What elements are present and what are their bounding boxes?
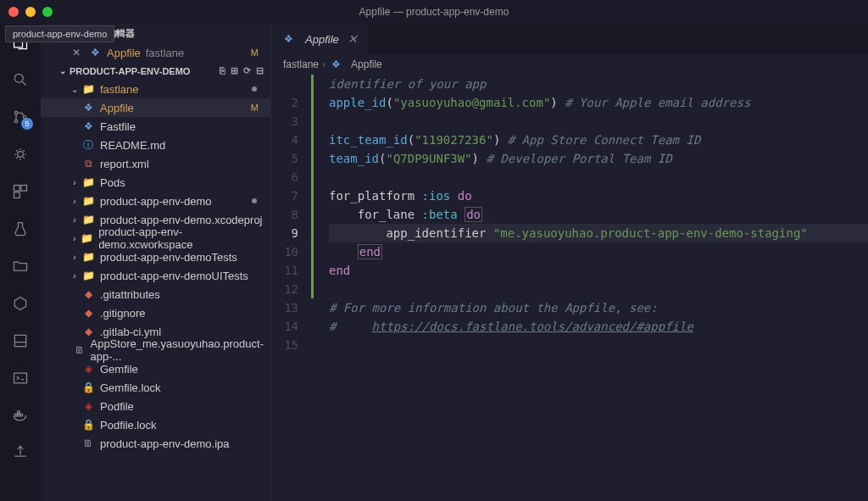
folder-item[interactable]: ›📁product-app-env-demoTests bbox=[41, 248, 270, 266]
file-appfile[interactable]: ❖ Appfile M bbox=[41, 98, 270, 117]
ruby-icon: ◈ bbox=[81, 362, 95, 376]
debug-icon[interactable] bbox=[10, 144, 31, 164]
file-item[interactable]: 🗎product-app-env-demo.ipa bbox=[41, 434, 270, 453]
code-line[interactable] bbox=[329, 112, 868, 131]
code-line[interactable]: for_lane :beta do bbox=[329, 205, 868, 224]
file-label: Gemfile.lock bbox=[100, 381, 161, 394]
file-label: AppStore_me.yasuoyuhao.product-app-... bbox=[90, 337, 264, 363]
code-line[interactable] bbox=[329, 168, 868, 186]
folder-icon[interactable] bbox=[10, 256, 31, 276]
scm-badge: 5 bbox=[21, 118, 33, 130]
close-icon[interactable]: ✕ bbox=[348, 32, 358, 46]
code-line[interactable]: team_id("Q7DP9UNF3W") # Developer Portal… bbox=[329, 149, 868, 168]
svg-rect-7 bbox=[14, 192, 20, 198]
folder-label: product-app-env-demoUITests bbox=[100, 270, 248, 282]
git-status: M bbox=[251, 47, 264, 58]
chevron-down-icon: ⌄ bbox=[58, 66, 68, 75]
file-item[interactable]: 🗎AppStore_me.yasuoyuhao.product-app-... bbox=[41, 341, 270, 359]
chevron-right-icon: › bbox=[70, 178, 80, 187]
file-path: fastlane bbox=[146, 47, 185, 59]
git-dot bbox=[252, 86, 257, 92]
chevron-right-icon: › bbox=[70, 197, 80, 206]
search-icon[interactable] bbox=[10, 70, 31, 90]
code-line[interactable]: # https://docs.fastlane.tools/advanced/#… bbox=[329, 317, 868, 336]
close-window-button[interactable] bbox=[8, 7, 19, 17]
new-folder-icon[interactable]: ⊞ bbox=[231, 65, 238, 76]
folder-icon: 📁 bbox=[81, 250, 95, 264]
minimize-window-button[interactable] bbox=[25, 7, 36, 17]
file-label: Podfile bbox=[100, 400, 134, 413]
code-line[interactable]: end bbox=[329, 261, 868, 280]
new-file-icon[interactable]: ⎘ bbox=[220, 65, 225, 76]
collapse-icon[interactable]: ⊟ bbox=[256, 65, 264, 76]
breadcrumb[interactable]: fastlane › ❖ Appfile bbox=[271, 54, 868, 75]
svg-point-2 bbox=[14, 120, 17, 122]
folder-label: product-app-env-demoTests bbox=[100, 251, 237, 264]
folder-label: product-app-env-demo bbox=[100, 195, 212, 208]
breadcrumb-seg[interactable]: fastlane bbox=[283, 58, 319, 70]
fastlane-file-icon: ❖ bbox=[329, 58, 342, 71]
folder-item[interactable]: ›📁product-app-env-demo.xcworkspace bbox=[41, 229, 270, 248]
svg-rect-9 bbox=[14, 335, 25, 346]
file-item[interactable]: ◆.gitignore bbox=[41, 303, 270, 322]
kubernetes-icon[interactable] bbox=[10, 293, 31, 314]
code-line[interactable] bbox=[329, 336, 868, 354]
extensions-icon[interactable] bbox=[10, 181, 31, 202]
file-fastfile[interactable]: ❖ Fastfile bbox=[41, 117, 270, 136]
open-editor-item[interactable]: ✕ ❖ Appfile fastlane M bbox=[41, 43, 270, 62]
chevron-right-icon: › bbox=[322, 58, 326, 70]
tab-appfile[interactable]: ❖ Appfile ✕ bbox=[271, 24, 368, 54]
folder-fastlane[interactable]: ⌄ 📁 fastlane bbox=[41, 80, 270, 98]
code-editor[interactable]: 23456789101112131415 identifier of your … bbox=[271, 75, 868, 501]
terminal-icon[interactable] bbox=[10, 368, 31, 388]
code-line[interactable] bbox=[329, 280, 868, 298]
folder-icon: 📁 bbox=[81, 175, 95, 189]
svg-rect-13 bbox=[20, 414, 23, 416]
code-line[interactable]: itc_team_id("119027236") # App Store Con… bbox=[329, 131, 868, 149]
file-readme[interactable]: ⓘ README.md bbox=[41, 136, 270, 154]
project-name: PRODUCT-APP-ENV-DEMO bbox=[70, 66, 190, 76]
panel-icon[interactable] bbox=[10, 331, 31, 351]
source-control-icon[interactable]: 5 bbox=[10, 107, 31, 127]
window-controls bbox=[8, 7, 53, 17]
code-content[interactable]: identifier of your appapple_id("yasuoyuh… bbox=[314, 75, 868, 501]
file-label: Gemfile bbox=[100, 363, 138, 376]
window-title: Appfile — product-app-env-demo bbox=[359, 6, 509, 18]
file-item[interactable]: 🔒Gemfile.lock bbox=[41, 378, 270, 397]
docker-icon[interactable] bbox=[10, 405, 31, 426]
code-line[interactable]: # For more information about the Appfile… bbox=[329, 298, 868, 317]
file-icon: 🗎 bbox=[75, 343, 85, 357]
code-line[interactable]: for_platform :ios do bbox=[329, 186, 868, 205]
code-line[interactable]: apple_id("yasuoyuhao@gmail.com") # Your … bbox=[329, 93, 868, 112]
folder-item[interactable]: ›📁product-app-env-demo bbox=[41, 192, 270, 210]
file-icon: 🗎 bbox=[81, 437, 95, 450]
file-label: report.xml bbox=[100, 158, 149, 170]
maximize-window-button[interactable] bbox=[42, 7, 53, 17]
file-label: .gitignore bbox=[100, 307, 145, 320]
file-label: .gitlab-ci.yml bbox=[100, 326, 161, 338]
project-header[interactable]: ⌄ PRODUCT-APP-ENV-DEMO ⎘ ⊞ ⟳ ⊟ bbox=[41, 62, 270, 80]
code-line[interactable]: end bbox=[329, 242, 868, 261]
folder-item[interactable]: ›📁product-app-env-demoUITests bbox=[41, 266, 270, 285]
file-label: Appfile bbox=[100, 102, 134, 114]
file-item[interactable]: 🔒Podfile.lock bbox=[41, 415, 270, 434]
sidebar: ⌄ 已開啟的編輯器 ✕ ❖ Appfile fastlane M ⌄ PRODU… bbox=[41, 24, 271, 501]
svg-rect-5 bbox=[14, 186, 20, 192]
refresh-icon[interactable]: ⟳ bbox=[243, 65, 251, 76]
file-item[interactable]: ◆.gitattributes bbox=[41, 285, 270, 303]
info-icon: ⓘ bbox=[81, 138, 95, 152]
svg-point-1 bbox=[14, 111, 17, 114]
file-item[interactable]: ◈Podfile bbox=[41, 397, 270, 415]
close-icon[interactable]: ✕ bbox=[70, 46, 83, 59]
folder-item[interactable]: ›📁Pods bbox=[41, 173, 270, 192]
breadcrumb-seg[interactable]: Appfile bbox=[351, 58, 382, 70]
test-icon[interactable] bbox=[10, 219, 31, 239]
share-icon[interactable] bbox=[10, 443, 31, 463]
code-line[interactable]: app_identifier "me.yasuoyuhao.product-ap… bbox=[329, 224, 868, 242]
svg-marker-8 bbox=[14, 298, 25, 310]
chevron-right-icon: › bbox=[70, 234, 79, 243]
folder-icon: 📁 bbox=[81, 269, 95, 282]
code-line[interactable]: identifier of your app bbox=[329, 75, 868, 93]
file-label: Fastfile bbox=[100, 120, 136, 133]
file-reportxml[interactable]: ⧉ report.xml bbox=[41, 154, 270, 173]
